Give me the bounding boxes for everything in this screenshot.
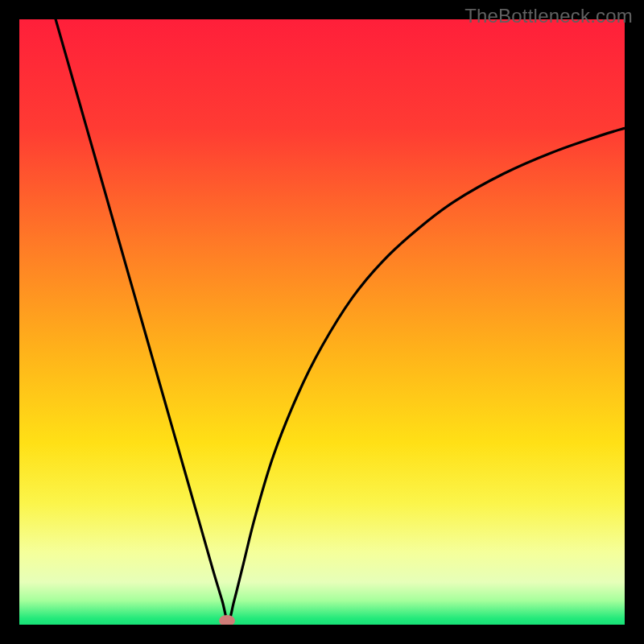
plot-area: [19, 19, 625, 625]
optimum-marker: [219, 615, 235, 625]
bottleneck-curve: [19, 19, 625, 625]
chart-outer: TheBottleneck.com: [0, 0, 644, 644]
watermark-text: TheBottleneck.com: [464, 5, 633, 27]
